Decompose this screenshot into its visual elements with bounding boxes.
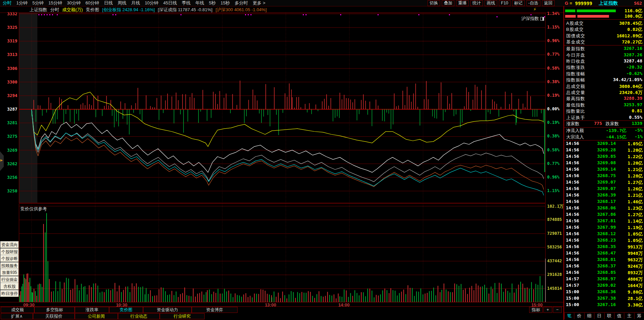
stat-value: 3080.04亿 — [619, 83, 642, 90]
stat-label: 最高指数 — [566, 96, 585, 102]
down-label: 跌家数 — [606, 121, 619, 127]
tick-row[interactable]: 14:573269.021644万 — [564, 283, 644, 289]
tick-row[interactable]: 14:563268.171.46亿 — [564, 199, 644, 205]
tick-row[interactable]: 14:563269.141.21亿 — [564, 167, 644, 173]
bottom-tab-资金驱动力[interactable]: 资金驱动力 — [143, 307, 192, 313]
tick-row[interactable]: 14:563269.851.22亿 — [564, 154, 644, 160]
tick-time: 14:56 — [566, 231, 579, 236]
panel-tab-日[interactable]: 日 — [594, 313, 604, 319]
stat-value: -20.32 — [626, 64, 642, 70]
tick-row[interactable]: 14:563268.391.21亿 — [564, 192, 644, 199]
bottom-tab-竞价图[interactable]: 竞价图 — [109, 307, 143, 313]
zoom-out-button[interactable]: − — [553, 307, 562, 313]
panel-tab-值[interactable]: 值 — [614, 313, 624, 319]
panel-tab-筹[interactable]: 筹 — [634, 313, 644, 319]
tick-time: 14:56 — [566, 160, 579, 165]
bottom-tab-扩展∧[interactable]: 扩展∧ — [1, 313, 33, 319]
sidebar-button-资金流向[interactable]: 资金流向 — [0, 241, 19, 248]
tick-volume: 1.22亿 — [628, 154, 643, 160]
stat-value: 3267.16 — [624, 46, 642, 51]
tick-volume: 1.27亿 — [628, 212, 643, 218]
strength-value-sell: 100.0亿 — [625, 13, 642, 19]
stat-label: 总成交量 — [566, 90, 585, 96]
pct-tick-1: 1.15% — [547, 25, 559, 30]
subbar-border — [0, 13, 563, 13]
tick-time: 14:56 — [566, 263, 579, 268]
tick-row[interactable]: 14:563268.359913万 — [564, 244, 644, 250]
tick-row[interactable]: 14:563269.071.27亿 — [564, 180, 644, 186]
tick-price: 3269.08 — [591, 160, 616, 165]
tick-row[interactable]: 14:563268.819632万 — [564, 257, 644, 263]
bottom-tab-行业动态[interactable]: 行业动态 — [118, 313, 160, 319]
stat-label: A股成交 — [566, 20, 584, 26]
panel-tab-联[interactable]: 联 — [604, 313, 614, 319]
stat-value: 34.42/1.05% — [613, 77, 642, 82]
tick-row[interactable]: 14:563268.858932万 — [564, 270, 644, 276]
up-label: 涨家数 — [566, 121, 579, 127]
stat-label: 国债成交 — [566, 33, 585, 39]
bottom-tab-资金博弈[interactable]: 资金博弈 — [192, 307, 238, 313]
tick-row[interactable]: 14:563269.281.20亿 — [564, 147, 644, 154]
stat-label: 指数涨跌 — [566, 64, 585, 71]
tick-volume: 1.28亿 — [628, 173, 643, 179]
sidebar-button-含权股[interactable]: 含权股 — [0, 283, 19, 290]
vol-tick-1: 874885 — [547, 217, 562, 222]
bottom-tab-多空指标[interactable]: 多空指标 — [34, 307, 75, 313]
bottom-tab-成交额[interactable]: 成交额 — [1, 307, 34, 313]
tick-price: 3269.07 — [591, 186, 616, 191]
sidebar-button-昨日涨停[interactable]: 昨日涨停 — [0, 290, 19, 297]
tick-row[interactable]: 14:563269.141.05亿 — [564, 141, 644, 147]
bottom-tab-公司新闻[interactable]: 公司新闻 — [75, 313, 118, 319]
bottom-tab-关联报价[interactable]: 关联报价 — [33, 313, 75, 319]
tick-row[interactable]: 14:563268.061.23亿 — [564, 205, 644, 212]
stat-value: 720.27亿 — [622, 39, 642, 45]
tdx-intraday-window: 分时1分钟5分钟15分钟30分钟60分钟日线周线月线10分钟45日线季线年线5秒… — [0, 0, 644, 320]
tick-volume: 1.23亿 — [628, 205, 643, 211]
sidebar-button-放量935[interactable]: 放量935 — [0, 269, 19, 276]
flow-pct: -5% — [635, 128, 643, 133]
bottom-tab-涨跌率[interactable]: 涨跌率 — [75, 307, 109, 313]
sidebar-button-投顾服务[interactable]: 投顾服务 — [0, 262, 19, 269]
tick-time: 15:00 — [566, 289, 579, 294]
stat-row-国债成交: 国债成交16012.89亿 — [564, 33, 644, 39]
tick-row[interactable]: 14:573268.974806万 — [564, 276, 644, 283]
tick-row[interactable]: 14:563267.861.27亿 — [564, 212, 644, 218]
tick-row[interactable]: 14:563268.479948万 — [564, 250, 644, 257]
tick-row[interactable]: 14:563268.379246万 — [564, 263, 644, 270]
tick-volume: 1.19亿 — [628, 225, 643, 231]
tick-row[interactable]: 14:563269.071.26亿 — [564, 186, 644, 192]
tick-price: 3268.75 — [591, 173, 616, 178]
panel-tab-笔[interactable]: 笔 — [564, 313, 574, 319]
panel-tab-细[interactable]: 细 — [584, 313, 594, 319]
tick-price: 3269.14 — [591, 167, 616, 172]
down-count: 1339 — [632, 121, 642, 126]
tick-price: 3267.81 — [591, 218, 616, 223]
updown-row: 涨家数775跌家数1339 — [564, 121, 644, 127]
vol-tick-4: 437442 — [547, 259, 562, 263]
stat-value: 3078.45亿 — [619, 20, 642, 26]
tick-row[interactable]: 15:003268.369.80亿 — [564, 289, 644, 296]
tick-price: 3269.02 — [591, 283, 616, 288]
sidebar-button-个股诊断[interactable]: 个股诊断 — [0, 255, 19, 262]
indicator-button[interactable]: 指标 — [529, 307, 543, 313]
tick-row[interactable]: 14:563267.991.19亿 — [564, 225, 644, 231]
sidebar-button-行业掘金[interactable]: 行业掘金 — [0, 276, 19, 283]
tick-row[interactable]: 14:563267.811.14亿 — [564, 218, 644, 225]
tick-row[interactable]: 15:003267.163.30亿 — [564, 302, 644, 308]
tick-price: 3268.35 — [591, 244, 616, 249]
sidebar-button-个股研报[interactable]: 个股研报 — [0, 248, 19, 255]
stat-row-最高指数: 最高指数3288.39 — [564, 95, 644, 101]
panel-tab-价[interactable]: 价 — [574, 313, 584, 319]
zoom-in-button[interactable]: + — [543, 307, 552, 313]
tick-price: 3269.07 — [591, 180, 616, 185]
tick-row[interactable]: 14:563268.751.28亿 — [564, 173, 644, 180]
tick-volume: 1.21亿 — [628, 167, 643, 173]
bottom-tab-行业研究[interactable]: 行业研究 — [160, 313, 205, 319]
stat-value: 3287.26 — [624, 52, 642, 57]
strength-bar-sell-0 — [565, 15, 576, 18]
tick-row[interactable]: 14:563269.081.20亿 — [564, 160, 644, 167]
tick-row[interactable]: 14:563268.231.05亿 — [564, 238, 644, 244]
panel-tab-主[interactable]: 主 — [624, 313, 634, 319]
tick-row[interactable]: 14:563268.121.05亿 — [564, 231, 644, 238]
tick-row[interactable]: 15:003267.3828.1亿 — [564, 296, 644, 302]
